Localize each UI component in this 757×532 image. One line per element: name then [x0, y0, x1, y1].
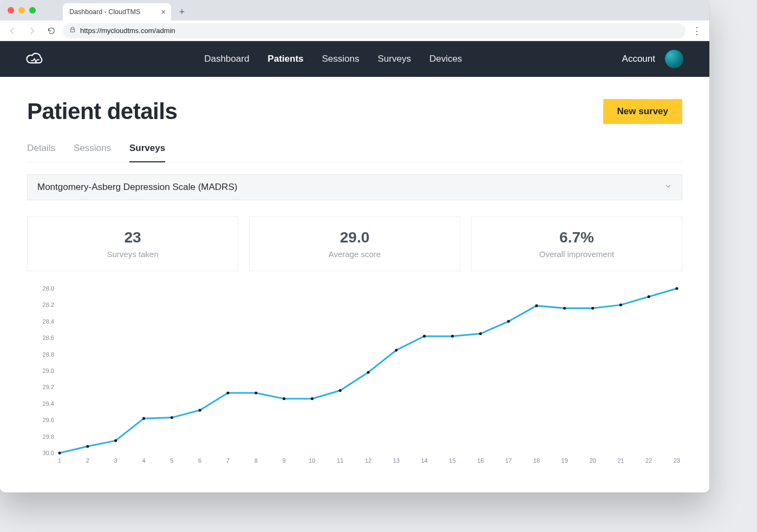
- svg-point-36: [114, 439, 117, 442]
- svg-point-55: [648, 295, 650, 298]
- nav-reload-button[interactable]: [43, 23, 60, 39]
- chevron-down-icon: [664, 182, 672, 193]
- svg-text:5: 5: [170, 457, 173, 464]
- svg-text:28.8: 28.8: [43, 351, 54, 358]
- app-logo[interactable]: [26, 50, 44, 68]
- svg-text:23: 23: [674, 457, 680, 464]
- svg-point-38: [171, 416, 173, 419]
- nav-surveys[interactable]: Surveys: [377, 54, 410, 64]
- browser-tab-strip: Dashboard - CloudTMS × +: [0, 0, 709, 21]
- svg-point-39: [199, 409, 201, 411]
- svg-point-41: [254, 391, 257, 394]
- window-minimize-icon[interactable]: [18, 7, 25, 14]
- tab-sessions[interactable]: Sessions: [74, 140, 111, 162]
- svg-text:18: 18: [533, 457, 540, 464]
- svg-text:28.6: 28.6: [43, 334, 54, 341]
- svg-text:10: 10: [309, 457, 315, 464]
- svg-text:29.6: 29.6: [43, 417, 54, 423]
- lock-icon: [69, 27, 76, 35]
- stat-label: Overall improvement: [477, 249, 676, 259]
- nav-dashboard[interactable]: Dashboard: [204, 54, 249, 64]
- avatar[interactable]: [665, 50, 683, 68]
- nav-patients[interactable]: Patients: [267, 54, 303, 64]
- browser-tab[interactable]: Dashboard - CloudTMS ×: [63, 3, 171, 21]
- survey-type-selected: Montgomery-Asberg Depression Scale (MADR…: [37, 182, 237, 193]
- svg-text:6: 6: [198, 457, 201, 464]
- tab-surveys[interactable]: Surveys: [129, 140, 165, 162]
- nav-back-button[interactable]: [4, 23, 21, 39]
- svg-text:29.2: 29.2: [43, 384, 54, 390]
- tab-details[interactable]: Details: [27, 140, 55, 162]
- svg-point-50: [507, 320, 510, 323]
- svg-text:17: 17: [505, 457, 512, 464]
- stat-value: 29.0: [255, 229, 454, 246]
- svg-text:3: 3: [114, 457, 118, 464]
- svg-point-48: [451, 335, 454, 338]
- stat-value: 23: [33, 229, 232, 246]
- svg-text:13: 13: [393, 457, 400, 464]
- svg-text:30.0: 30.0: [43, 450, 54, 456]
- new-tab-button[interactable]: +: [174, 4, 190, 19]
- arrow-left-icon: [8, 27, 17, 35]
- close-icon[interactable]: ×: [161, 8, 166, 16]
- svg-point-42: [283, 397, 285, 400]
- svg-text:14: 14: [421, 457, 428, 464]
- arrow-right-icon: [28, 27, 36, 35]
- line-chart: 28.028.228.428.628.829.029.229.429.629.8…: [27, 284, 682, 468]
- main-nav: Dashboard Patients Sessions Surveys Devi…: [44, 54, 622, 64]
- svg-point-49: [479, 332, 482, 335]
- stat-value: 6.7%: [477, 229, 676, 246]
- svg-text:29.0: 29.0: [43, 367, 54, 374]
- nav-forward-button[interactable]: [24, 23, 40, 39]
- svg-point-34: [58, 451, 61, 454]
- svg-text:7: 7: [226, 457, 230, 464]
- svg-point-53: [591, 307, 594, 310]
- stat-average-score: 29.0 Average score: [249, 216, 460, 271]
- nav-sessions[interactable]: Sessions: [322, 54, 360, 64]
- svg-text:12: 12: [365, 457, 371, 464]
- stat-row: 23 Surveys taken 29.0 Average score 6.7%…: [27, 216, 682, 271]
- nav-devices[interactable]: Devices: [429, 54, 462, 64]
- svg-text:29.4: 29.4: [43, 400, 54, 407]
- account-link[interactable]: Account: [622, 54, 655, 64]
- stat-overall-improvement: 6.7% Overall improvement: [471, 216, 682, 271]
- svg-text:29.8: 29.8: [43, 434, 54, 440]
- page-content: Patient details New survey Details Sessi…: [0, 77, 709, 492]
- browser-toolbar: https://mycloudtms.com/admin ⋮: [0, 21, 709, 41]
- account-area: Account: [622, 50, 683, 68]
- svg-point-52: [563, 307, 566, 310]
- app-header: Dashboard Patients Sessions Surveys Devi…: [0, 41, 709, 77]
- svg-point-44: [339, 389, 342, 392]
- window-controls: [8, 0, 36, 21]
- svg-text:16: 16: [477, 457, 484, 464]
- stat-surveys-taken: 23 Surveys taken: [27, 216, 238, 271]
- svg-text:2: 2: [86, 457, 89, 464]
- svg-text:15: 15: [449, 457, 455, 464]
- svg-text:11: 11: [337, 457, 343, 464]
- svg-point-40: [226, 391, 229, 394]
- browser-tab-title: Dashboard - CloudTMS: [69, 8, 157, 16]
- svg-text:8: 8: [254, 457, 258, 464]
- svg-text:28.4: 28.4: [43, 318, 54, 325]
- svg-point-47: [423, 335, 426, 338]
- svg-text:28.2: 28.2: [43, 301, 54, 308]
- svg-point-45: [367, 371, 369, 373]
- svg-text:22: 22: [645, 457, 652, 464]
- svg-text:21: 21: [617, 457, 624, 464]
- address-bar[interactable]: https://mycloudtms.com/admin: [63, 23, 686, 38]
- page-title: Patient details: [27, 98, 177, 124]
- stat-label: Average score: [255, 249, 454, 259]
- address-url: https://mycloudtms.com/admin: [80, 27, 175, 35]
- svg-text:9: 9: [282, 457, 285, 464]
- window-close-icon[interactable]: [8, 7, 14, 14]
- new-survey-button[interactable]: New survey: [603, 99, 683, 124]
- svg-text:28.0: 28.0: [43, 285, 54, 292]
- survey-type-select[interactable]: Montgomery-Asberg Depression Scale (MADR…: [27, 174, 682, 200]
- svg-point-43: [311, 397, 314, 400]
- svg-point-46: [395, 349, 397, 351]
- browser-menu-button[interactable]: ⋮: [689, 25, 705, 37]
- reload-icon: [47, 27, 56, 35]
- svg-point-51: [535, 304, 538, 307]
- window-zoom-icon[interactable]: [29, 7, 36, 14]
- stat-label: Surveys taken: [33, 249, 232, 259]
